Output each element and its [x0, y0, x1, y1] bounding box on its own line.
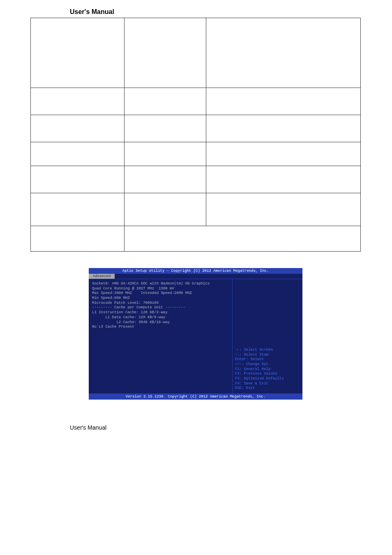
table-cell: [31, 18, 125, 88]
bios-right-top: [235, 282, 300, 348]
table-row: [31, 18, 361, 88]
bios-info-line: L1 Instruction Cache: 128 KB/2-way: [92, 310, 229, 315]
table-cell: [31, 193, 125, 226]
bios-info-line: L1 Data Cache: 128 KB/8-way: [92, 315, 229, 320]
bios-info-line: No L3 Cache Present: [92, 325, 229, 330]
footer-text: User's Manual: [0, 400, 392, 439]
bios-info-line: Min Speed:800 MHZ: [92, 296, 229, 301]
table-cell: [124, 115, 206, 142]
bios-help-line: F3: Optimized Defaults: [235, 377, 300, 382]
table-cell: [31, 226, 125, 252]
table-row: [31, 193, 361, 226]
bios-footer: Version 2.15.1236. Copyright (C) 2012 Am…: [89, 394, 302, 400]
page-title: User's Manual: [0, 0, 392, 18]
bios-help-line: F1: General Help: [235, 367, 300, 372]
table-row: [31, 166, 361, 193]
table-cell: [206, 193, 361, 226]
bios-info-line: --------- Cache per Compute Unit -------…: [92, 305, 229, 310]
bios-help-line: +/-: Change Opt.: [235, 362, 300, 367]
table-cell: [124, 18, 206, 88]
table-cell: [206, 88, 361, 115]
bios-title-bar: Aptio Setup Utility – Copyright (C) 2012…: [89, 268, 302, 274]
bios-info-line: L2 Cache: 2048 KB/16-way: [92, 320, 229, 325]
bios-info-line: Quad Core Running @ 2027 MHz 1300 mV: [92, 287, 229, 291]
bios-help-line: Enter: Select: [235, 357, 300, 362]
table-cell: [206, 166, 361, 193]
bios-info-line: Microcode Patch Level: 7000106: [92, 301, 229, 306]
bios-help-line: F4: Save & Exit: [235, 382, 300, 386]
table-cell: [206, 18, 361, 88]
table-cell: [31, 166, 125, 193]
table-row: [31, 115, 361, 142]
bios-info-line: Max Speed:2000 MHZ Intended Speed:2000 M…: [92, 291, 229, 296]
bios-tab-bar: Advanced: [89, 274, 302, 279]
table-cell: [31, 88, 125, 115]
table-row: [31, 142, 361, 166]
bios-help-line: ↑↓: Select Item: [235, 353, 300, 358]
bios-help-line: →←: Select Screen: [235, 348, 300, 353]
content-table: [30, 18, 361, 252]
bios-right-panel: →←: Select Screen ↑↓: Select Item Enter:…: [233, 279, 302, 393]
bios-help-keys: →←: Select Screen ↑↓: Select Item Enter:…: [235, 348, 300, 391]
table-cell: [124, 142, 206, 166]
bios-help-line: F2: Previous Values: [235, 372, 300, 377]
bios-help-line: ESC: Exit: [235, 386, 300, 391]
bios-tab-advanced[interactable]: Advanced: [89, 274, 115, 279]
bios-body: Socket0: AMD GX-420CA SOC with Radeon(tm…: [89, 279, 302, 394]
table-cell: [31, 142, 125, 166]
table-cell: [206, 115, 361, 142]
table-cell: [124, 226, 360, 252]
table-cell: [31, 115, 125, 142]
table-row: [31, 226, 361, 252]
bios-left-panel: Socket0: AMD GX-420CA SOC with Radeon(tm…: [89, 279, 233, 393]
table-cell: [124, 88, 206, 115]
bios-info-line: Socket0: AMD GX-420CA SOC with Radeon(tm…: [92, 282, 229, 287]
table-cell: [206, 142, 361, 166]
bios-screenshot: Aptio Setup Utility – Copyright (C) 2012…: [89, 268, 302, 400]
table-cell: [124, 166, 206, 193]
table-cell: [124, 193, 206, 226]
table-row: [31, 88, 361, 115]
